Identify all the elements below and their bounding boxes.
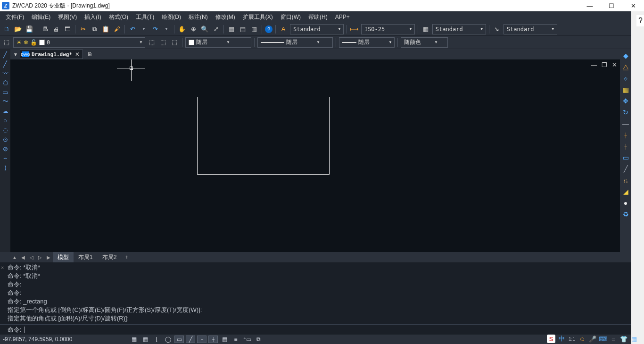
view-restore-icon[interactable]: ❐ [602,61,607,68]
tablestyle-icon[interactable]: ▦ [421,25,430,34]
help-icon[interactable]: ? [265,25,272,33]
offset-icon[interactable]: ⟐ [621,74,630,83]
chamfer-icon[interactable]: ◢ [621,187,630,196]
layout-nav-next-icon[interactable]: ▷ [36,255,44,260]
array-icon[interactable]: ▦ [621,85,630,94]
move-icon[interactable]: ✥ [621,96,630,106]
redo-drop-icon[interactable]: ▼ [162,25,171,34]
menu-app[interactable]: APP+ [331,12,354,22]
leader-dropdown[interactable]: Standard▼ [504,24,557,34]
line-icon[interactable]: ╱ [1,50,9,59]
pan-icon[interactable]: ✋ [177,25,187,34]
zoomin-icon[interactable]: ⊕ [189,25,198,34]
undo-icon[interactable]: ↶ [128,25,137,34]
ime-lang-icon[interactable]: 中 [557,335,566,343]
layerprev-icon[interactable]: ⬚ [147,38,157,47]
grid2-icon[interactable]: ▤ [238,25,248,34]
menu-edit[interactable]: 编辑(E) [28,12,54,23]
plot-icon[interactable]: 🖨 [51,25,61,34]
extend-icon[interactable]: ⟊ [621,142,630,151]
menu-file[interactable]: 文件(F) [2,12,28,23]
tabstrip-marker-icon[interactable]: ▼ [12,52,19,57]
layout-nav-prev-icon[interactable]: ◁ [27,255,36,260]
menu-format[interactable]: 格式(O) [105,12,132,23]
command-input[interactable]: 命令: [0,324,631,335]
osnap-toggle[interactable]: ▭ [174,336,184,343]
join-icon[interactable]: ⎌ [621,176,630,185]
maximize-button[interactable]: ☐ [601,0,622,11]
menu-insert[interactable]: 插入(I) [81,12,105,23]
menu-express[interactable]: 扩展工具(X) [239,12,277,23]
keyboard-icon[interactable]: ⌨ [599,335,607,343]
minimize-button[interactable]: — [579,0,601,11]
print-icon[interactable]: 🖶 [40,25,50,34]
dimstyle-dropdown[interactable]: ISO-25▼ [361,24,415,34]
s9-toggle[interactable]: ≡ [231,336,240,343]
zoomwin-icon[interactable]: 🔍 [200,25,209,34]
undo-drop-icon[interactable]: ▼ [139,25,149,34]
mirror-icon[interactable]: ⧋ [621,62,630,72]
linetype-dropdown[interactable]: 随层▼ [257,37,333,48]
otrack-toggle[interactable]: ╱ [186,336,195,343]
help-badge-icon[interactable]: ? [636,15,644,26]
block-icon[interactable]: ⌢ [1,154,9,162]
command-history[interactable]: × 命令: *取消* 命令: *取消* 命令: 命令: 命令: _rectang… [0,262,631,324]
s11-toggle[interactable]: ⧉ [254,336,263,343]
explode-icon[interactable]: ♻ [621,210,630,219]
cmd-close-icon[interactable]: × [1,263,4,272]
ellipse-arc-icon[interactable]: ⊘ [1,144,9,153]
save-icon[interactable]: 💾 [25,25,34,34]
ortho-toggle[interactable]: ⌊ [152,336,161,343]
open-icon[interactable]: 📂 [13,25,23,34]
layout-tab-add[interactable]: + [121,252,132,262]
preview-icon[interactable]: 🗔 [63,25,72,34]
polygon-icon[interactable]: ⬠ [1,78,9,87]
polar-toggle[interactable]: ◯ [163,336,173,343]
color-dropdown[interactable]: 随层▼ [185,37,251,48]
xline-icon[interactable]: ╱ [1,59,9,68]
layermgr-icon[interactable]: ⬚ [2,38,11,47]
layout-nav-up-icon[interactable]: ▲ [10,255,19,260]
menu-tools[interactable]: 工具(T) [132,12,158,23]
skin-icon[interactable]: 👕 [619,335,628,343]
point-icon[interactable]: ⟩ [1,163,9,172]
cut-icon[interactable]: ✂ [78,25,88,34]
mic-icon[interactable]: 🎤 [588,335,597,343]
ellipse-icon[interactable]: ⊙ [1,135,9,143]
drawing-canvas[interactable]: — ❐ ✕ [10,59,620,252]
layout-tab-layout2[interactable]: 布局2 [98,252,122,263]
menu-dim[interactable]: 标注(N) [185,12,212,23]
emoji-icon[interactable]: ☺ [578,335,586,343]
view-close-icon[interactable]: ✕ [612,61,617,68]
layer-dropdown[interactable]: ☀ ❄ 🔓 0 ▼ [13,37,145,48]
revcloud-icon[interactable]: ☁ [1,107,9,115]
layout-tab-model[interactable]: 模型 [53,252,74,263]
layeriso-icon[interactable]: ⬚ [170,38,179,47]
new-tab-icon[interactable]: 🗎 [85,50,95,59]
doc-tab[interactable]: DWG Drawing1.dwg* ✕ [20,50,83,59]
status-coords[interactable]: -97.9857, 749.5959, 0.0000 [3,336,78,343]
layerstate-icon[interactable]: ⬚ [158,38,168,47]
menu-help[interactable]: 帮助(H) [305,12,331,23]
view-min-icon[interactable]: — [591,61,597,68]
textstyle-icon[interactable]: A [279,25,288,34]
menu-icon[interactable]: ≡ [609,335,618,343]
circle-icon[interactable]: ○ [1,116,9,125]
leader-icon[interactable]: ↘ [492,25,502,34]
grid-toggle[interactable]: ▦ [140,336,150,343]
layout-nav-first-icon[interactable]: ◀ [19,255,27,260]
model-toggle[interactable]: ▦ [220,336,229,343]
lineweight-dropdown[interactable]: 随层▼ [339,37,395,48]
fillet-icon[interactable]: ● [621,198,630,208]
stretch-icon[interactable]: ▭ [621,153,630,162]
new-icon[interactable]: 🗋 [2,25,11,34]
layout-tab-layout1[interactable]: 布局1 [74,252,98,263]
scale-icon[interactable]: — [621,119,630,128]
polyline-icon[interactable]: 〰 [1,69,9,77]
menu-modify[interactable]: 修改(M) [212,12,239,23]
dimstyle-icon[interactable]: ⟼ [350,25,359,34]
spline-icon[interactable]: ◌ [1,126,9,134]
rotate-icon[interactable]: ↻ [621,108,630,117]
redo-icon[interactable]: ↷ [150,25,160,34]
lwt-toggle[interactable]: ⟊ [208,336,218,343]
